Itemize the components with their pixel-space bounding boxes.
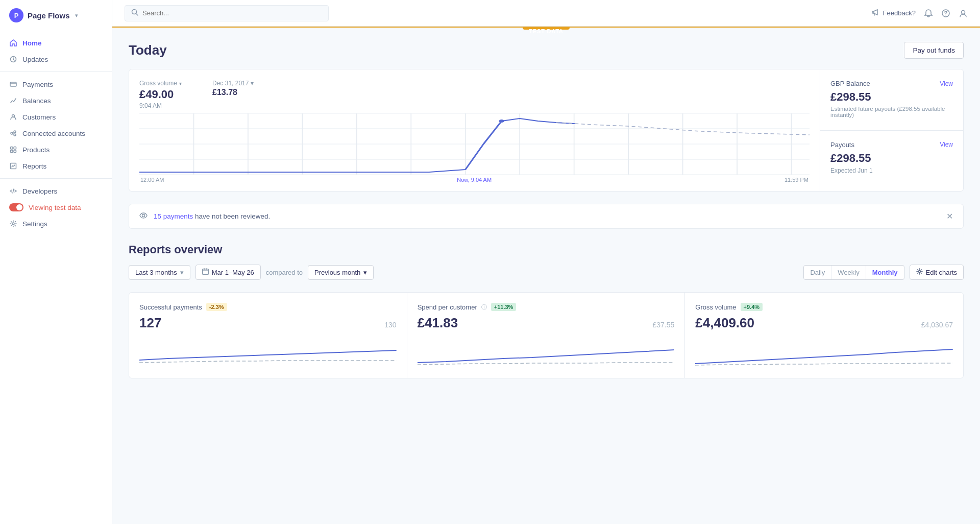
sidebar-navigation: Home Updates Payments [0,31,112,524]
today-section-header: Today Pay out funds [129,42,964,59]
today-grid: Gross volume ▾ £49.00 9:04 AM Dec 31, 20… [129,69,964,192]
time-filter-button[interactable]: Last 3 months ▾ [129,265,190,280]
svg-rect-9 [14,150,16,153]
gross-volume-card-compare: £4,030.67 [921,321,953,329]
reports-title: Reports overview [129,243,964,256]
compare-filter-label: Previous month [314,269,360,276]
notifications-button[interactable] [924,9,933,18]
user-avatar-button[interactable] [959,9,968,18]
chart-x-end: 11:59 PM [785,177,808,183]
svg-rect-8 [11,150,13,153]
chart-date-metric: Dec 31, 2017 ▾ £13.78 [212,80,254,97]
chart-header: Gross volume ▾ £49.00 9:04 AM Dec 31, 20… [139,80,810,109]
reports-icon [9,162,17,170]
sidebar-item-customers-label: Customers [22,113,56,121]
period-toggle: Daily Weekly Monthly [803,265,904,280]
weekly-button[interactable]: Weekly [831,266,866,279]
info-icon[interactable]: ⓘ [481,303,487,311]
payouts-expected: Expected Jun 1 [830,167,953,174]
gross-volume-label: Gross volume ▾ [139,80,182,87]
gross-volume-card: Gross volume +9.4% £4,409.60 £4,030.67 [685,293,963,378]
gross-volume-chevron-icon[interactable]: ▾ [179,81,182,86]
daily-button[interactable]: Daily [804,266,831,279]
balance-area: GBP Balance View £298.55 Estimated futur… [820,69,963,191]
spend-per-customer-main: £41.83 [418,315,458,331]
sidebar-item-settings-label: Settings [22,220,47,228]
topbar-right: Feedback? [872,8,968,18]
updates-icon [9,55,17,63]
sidebar-item-balances[interactable]: Balances [0,92,112,109]
gross-volume-badge: +9.4% [741,303,763,311]
sidebar-item-connected-accounts-label: Connected accounts [22,130,85,137]
feedback-button[interactable]: Feedback? [872,8,916,18]
eye-icon [139,211,148,221]
successful-payments-badge: -2.3% [206,303,227,311]
sidebar-item-products[interactable]: Products [0,141,112,158]
spend-per-customer-card: Spend per customer ⓘ +11.3% £41.83 £37.5… [407,293,685,378]
chart-x-now: Now, 9:04 AM [457,177,492,183]
sidebar-item-payments[interactable]: Payments [0,76,112,92]
svg-point-36 [918,271,920,273]
gear-icon [916,268,923,276]
test-data-toggle-row[interactable]: Viewing test data [0,199,112,216]
gross-volume-card-header: Gross volume +9.4% [695,303,953,311]
successful-payments-chart [139,337,397,368]
svg-point-3 [11,132,13,134]
reports-controls: Last 3 months ▾ Mar 1–May 26 compared to… [129,265,964,280]
main-content: Feedback? [112,0,980,524]
balance-view-link[interactable]: View [940,80,953,87]
notification-text: 15 payments have not been reviewed. [154,212,270,220]
pay-out-funds-button[interactable]: Pay out funds [904,42,964,59]
sidebar-item-updates[interactable]: Updates [0,51,112,67]
products-icon [9,146,17,154]
payments-link[interactable]: 15 payments [154,212,193,220]
gbp-balance-card: GBP Balance View £298.55 Estimated futur… [820,69,963,131]
sidebar-item-connected-accounts[interactable]: Connected accounts [0,125,112,141]
svg-rect-35 [202,269,208,275]
page-body: Today Pay out funds Gross volume ▾ £49.0… [112,28,980,524]
compare-filter-button[interactable]: Previous month ▾ [308,265,374,280]
date-chevron-icon[interactable]: ▾ [251,80,254,87]
payouts-view-link[interactable]: View [940,141,953,148]
gross-volume-card-title: Gross volume [695,303,736,311]
today-chart [139,113,810,175]
help-button[interactable] [941,9,950,18]
svg-point-33 [499,120,504,123]
sidebar-item-developers[interactable]: Developers [0,183,112,199]
svg-rect-7 [14,147,16,150]
notification-close-button[interactable]: ✕ [946,211,953,221]
sidebar-item-developers-label: Developers [22,187,57,195]
sidebar-item-settings[interactable]: Settings [0,216,112,232]
chart-date-label: Dec 31, 2017 ▾ [212,80,254,87]
app-logo[interactable]: P Page Flows ▾ [0,0,112,31]
search-icon [131,9,138,18]
successful-payments-header: Successful payments -2.3% [139,303,397,311]
sidebar-item-balances-label: Balances [22,97,51,105]
edit-charts-button[interactable]: Edit charts [910,265,964,280]
sidebar-item-customers[interactable]: Customers [0,109,112,125]
sidebar-item-reports[interactable]: Reports [0,158,112,174]
sidebar-item-home[interactable]: Home [0,35,112,51]
balance-title: GBP Balance [830,80,870,87]
test-data-toggle[interactable] [9,203,23,211]
notification-bar: 15 payments have not been reviewed. ✕ [129,204,964,229]
gross-volume-chart [695,337,953,368]
logo-icon: P [9,8,23,22]
search-box[interactable] [125,5,329,21]
monthly-button[interactable]: Monthly [866,266,904,279]
gross-volume-value: £49.00 [139,88,182,101]
logo-chevron-icon: ▾ [75,12,78,19]
chart-date-value: £13.78 [212,88,254,97]
balance-sub: Estimated future payouts (£298.55 availa… [830,106,953,118]
balance-value: £298.55 [830,90,953,104]
spend-per-customer-title: Spend per customer [418,303,477,311]
gross-volume-card-main: £4,409.60 [695,315,754,331]
test-data-badge: TEST DATA [523,27,569,30]
date-range-button[interactable]: Mar 1–May 26 [195,265,261,280]
nav-divider-2 [0,178,112,179]
search-input[interactable] [142,9,322,17]
payouts-card-header: Payouts View [830,141,953,149]
sidebar-item-payments-label: Payments [22,81,53,88]
svg-point-14 [945,14,946,15]
time-filter-label: Last 3 months [135,269,177,276]
